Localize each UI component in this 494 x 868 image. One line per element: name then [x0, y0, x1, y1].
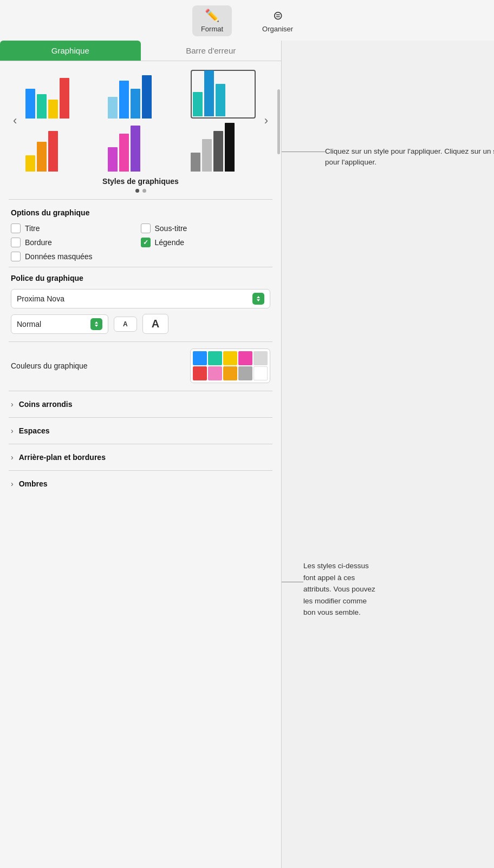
font-style-value: Normal: [17, 320, 41, 328]
swatch-5: [253, 351, 268, 365]
tab-barre-erreur[interactable]: Barre d'erreur: [141, 41, 282, 61]
checkbox-masquees: Données masquées: [11, 252, 270, 261]
font-name-value: Proxima Nova: [17, 294, 64, 303]
expand-coins-label: Coins arrondis: [19, 400, 73, 409]
chart-styles-section: ‹: [0, 61, 281, 199]
swatch-4: [238, 351, 252, 365]
chevron-ombres-icon: ›: [11, 479, 14, 488]
font-size-increase[interactable]: A: [142, 314, 168, 334]
annotation-1: Cliquez sur un style pour l'appliquer. C…: [298, 146, 494, 168]
checkbox-titre: Titre: [11, 223, 141, 233]
chevron-arriere-icon: ›: [11, 453, 14, 462]
color-swatches[interactable]: [190, 348, 270, 383]
scrollbar-track[interactable]: [277, 89, 281, 576]
expand-arriere-label: Arrière-plan et bordures: [19, 453, 106, 462]
expand-arriere-plan[interactable]: › Arrière-plan et bordures: [0, 444, 281, 470]
scrollbar-thumb: [277, 89, 280, 154]
dot-2: [142, 189, 146, 193]
font-section: Police du graphique Proxima Nova Normal: [0, 267, 281, 341]
chart-style-1[interactable]: [25, 70, 90, 119]
chart-style-3[interactable]: [191, 70, 256, 119]
options-title: Options du graphique: [11, 208, 270, 217]
cb-legende[interactable]: [141, 238, 151, 247]
font-title: Police du graphique: [11, 274, 270, 282]
swatch-10: [253, 366, 268, 380]
swatch-1: [193, 351, 207, 365]
tab-graphique[interactable]: Graphique: [0, 41, 141, 61]
swatch-3: [223, 351, 237, 365]
expand-espaces-label: Espaces: [19, 426, 50, 435]
stepper-arrows-icon: [255, 295, 262, 303]
swatch-7: [208, 366, 222, 380]
format-label: Format: [201, 25, 223, 33]
font-name-dropdown[interactable]: Proxima Nova: [11, 289, 270, 308]
font-size-decrease[interactable]: A: [114, 317, 137, 332]
checkbox-bordure: Bordure: [11, 238, 141, 247]
colors-label: Couleurs du graphique: [11, 361, 88, 370]
styles-label: Styles de graphiques: [11, 177, 270, 186]
checkbox-legende: Légende: [141, 238, 271, 247]
dot-1: [135, 189, 139, 193]
chart-style-2[interactable]: [108, 70, 173, 119]
chevron-coins-icon: ›: [11, 400, 14, 409]
cb-titre[interactable]: [11, 223, 21, 233]
organiser-button[interactable]: ⊜ Organiser: [253, 5, 302, 36]
expand-ombres-label: Ombres: [19, 479, 48, 488]
swatch-9: [238, 366, 252, 380]
colors-section: Couleurs du graphique: [0, 342, 281, 391]
checkbox-soustitre: Sous-titre: [141, 223, 271, 233]
chart-style-6[interactable]: [191, 123, 256, 172]
style-stepper-icon: [90, 318, 102, 330]
chevron-espaces-icon: ›: [11, 426, 14, 435]
cb-soustitre[interactable]: [141, 223, 151, 233]
organiser-label: Organiser: [262, 25, 293, 33]
expand-coins-arrondis[interactable]: › Coins arrondis: [0, 391, 281, 417]
options-section: Options du graphique Titre Sous-titre Bo…: [0, 200, 281, 267]
next-arrow[interactable]: ›: [262, 114, 270, 128]
swatch-8: [223, 366, 237, 380]
font-style-dropdown[interactable]: Normal: [11, 314, 108, 334]
style-stepper-arrows-icon: [93, 320, 100, 328]
tab-bar: Graphique Barre d'erreur: [0, 41, 281, 61]
annotation-2: Les styles ci-dessus font appel à ces at…: [292, 560, 375, 619]
cb-masquees[interactable]: [11, 252, 21, 261]
expand-ombres[interactable]: › Ombres: [0, 471, 281, 497]
organiser-icon: ⊜: [273, 9, 283, 23]
chart-style-row-2: [23, 123, 257, 172]
chart-style-5[interactable]: [108, 123, 173, 172]
font-stepper-icon: [252, 293, 264, 305]
format-button[interactable]: ✏️ Format: [192, 5, 232, 36]
cb-bordure[interactable]: [11, 238, 21, 247]
expand-espaces[interactable]: › Espaces: [0, 418, 281, 444]
swatch-6: [193, 366, 207, 380]
prev-arrow[interactable]: ‹: [11, 114, 19, 128]
swatch-2: [208, 351, 222, 365]
format-icon: ✏️: [205, 9, 219, 23]
chart-style-row-1: [23, 70, 257, 119]
chart-style-4[interactable]: [25, 123, 90, 172]
